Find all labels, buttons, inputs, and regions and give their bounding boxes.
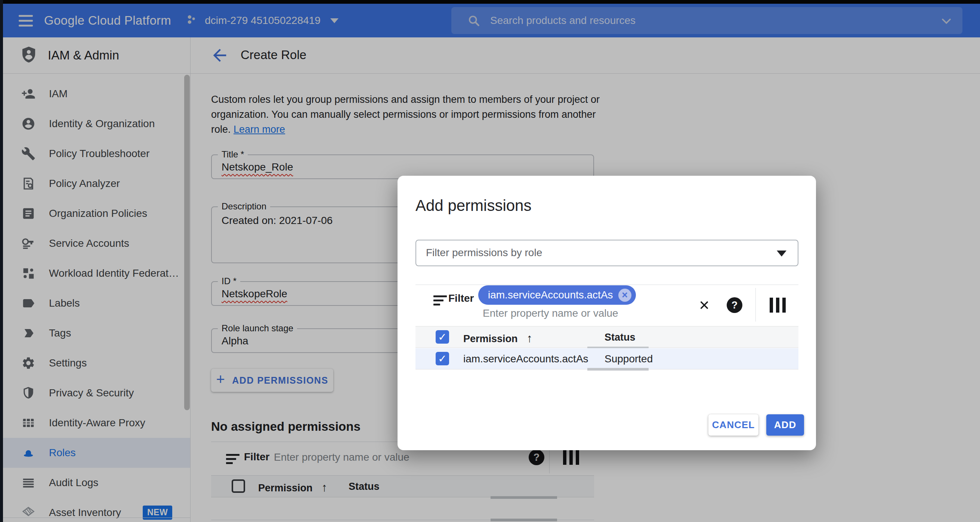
toolbar-divider [756,288,756,322]
row-checkbox[interactable]: ✓ [436,352,449,366]
filter-label: Filter [448,292,474,304]
chip-remove-icon[interactable]: × [618,289,632,302]
filter-by-role-select[interactable]: Filter permissions by role [415,240,799,266]
window-top-edge [0,0,980,4]
status-column-header[interactable]: Status [605,332,636,343]
add-button[interactable]: ADD [766,414,804,436]
window-left-edge [0,0,3,522]
clear-filters-icon[interactable] [697,297,712,313]
column-resize-handle[interactable] [587,368,649,370]
gcp-console-screen: Google Cloud Platform dcim-279 451050228… [0,0,980,522]
filter-placeholder[interactable]: Enter property name or value [483,307,618,319]
dropdown-caret-icon [777,251,786,257]
dialog-title: Add permissions [415,197,531,215]
status-cell: Supported [605,353,653,365]
filter-chip-label: iam.serviceAccounts.actAs [488,289,613,301]
dialog-divider [415,284,799,285]
help-icon[interactable]: ? [727,297,742,313]
filter-chip[interactable]: iam.serviceAccounts.actAs × [478,285,636,305]
add-permissions-dialog: Add permissions Filter permissions by ro… [398,176,816,450]
filter-by-role-placeholder: Filter permissions by role [426,247,542,259]
permission-column-header[interactable]: Permission↑ [463,332,532,345]
sort-ascending-icon: ↑ [527,332,533,345]
permission-cell: iam.serviceAccounts.actAs [463,353,589,365]
select-all-checkbox[interactable]: ✓ [436,330,449,344]
permissions-table-header: ✓ Permission↑ Status [415,326,799,348]
cancel-button[interactable]: CANCEL [708,414,759,436]
filter-funnel-icon [433,295,447,308]
columns-icon[interactable] [770,298,786,313]
permission-table-row[interactable]: ✓ iam.serviceAccounts.actAs Supported [415,348,799,369]
